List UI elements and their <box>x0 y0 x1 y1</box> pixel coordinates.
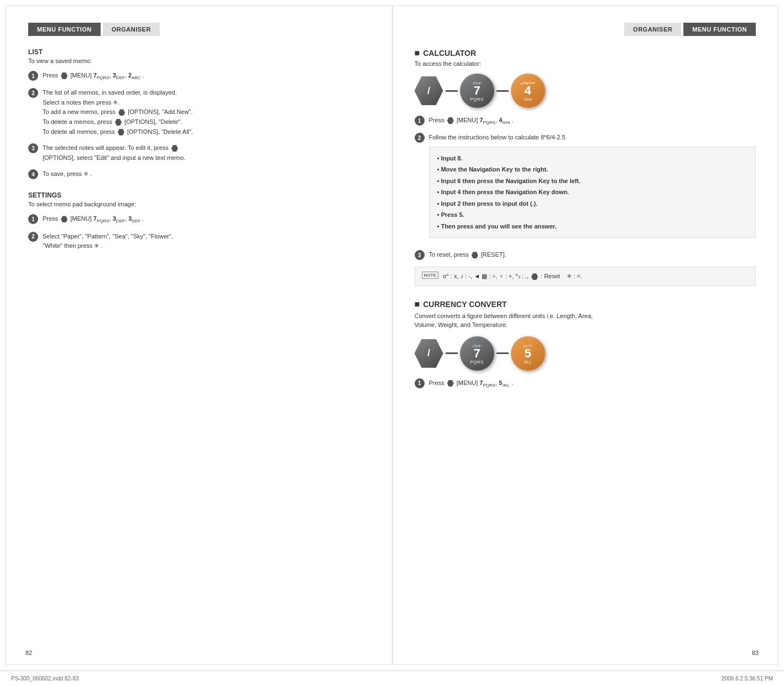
bullet-6: Press 5. <box>437 209 748 221</box>
settings-step-number-1: 1 <box>28 214 38 224</box>
step-1-content: Press [MENU] 7PQRS, 3DEF, 2ABC . <box>43 71 370 81</box>
btn-7-label: PQRS <box>470 97 484 102</box>
calc-step-number-3: 3 <box>415 250 425 260</box>
step-number-4: 4 <box>28 169 38 179</box>
bullet-2: Move the Navigation Key to the right. <box>437 164 748 175</box>
step-number-2: 2 <box>28 88 38 98</box>
slash-btn-currency: / <box>415 339 443 368</box>
bullet-4: Input 4 then press the Navigation Key do… <box>437 186 748 198</box>
btn-5-num: 5 <box>524 347 531 360</box>
slash-icon-5 <box>171 145 178 152</box>
calc-step-2: 2 Follow the instructions below to calcu… <box>415 133 756 243</box>
page-right: ORGANISER MENU FUNCTION ■ CALCULATOR To … <box>393 6 778 664</box>
calculator-subtitle: To access the calculator: <box>415 60 756 67</box>
slash-icon-4 <box>118 129 124 136</box>
step-4-content: To save, press ✳ . <box>43 169 370 179</box>
settings-subtitle: To select memo pad background image: <box>28 201 370 207</box>
footer-right: 2006.6.2 5:36:51 PM <box>722 675 773 682</box>
calc-step-2-content: Follow the instructions below to calcula… <box>429 133 756 243</box>
bullet-1: Input 8. <box>437 153 748 164</box>
dash-curr-1 <box>446 352 458 354</box>
calc-bullet-box: Input 8. Move the Navigation Key to the … <box>429 147 756 238</box>
list-step-1: 1 Press [MENU] 7PQRS, 3DEF, 2ABC . <box>28 71 370 81</box>
list-step-2: 2 The list of all memos, in saved order,… <box>28 88 370 137</box>
calc-step-number-2: 2 <box>415 133 425 143</box>
currency-step-1-content: Press [MENU] 7PQRS, 5JKL . <box>429 378 756 389</box>
settings-step-2-content: Select "Paper", "Pattern", "Sea", "Sky",… <box>43 232 370 251</box>
currency-step-number-1: 1 <box>415 378 425 388</box>
left-header: MENU FUNCTION ORGANISER <box>28 23 370 36</box>
calculator-section: ■ CALCULATOR To access the calculator: /… <box>415 48 756 286</box>
step-2-content: The list of all memos, in saved order, i… <box>43 88 370 137</box>
calc-bullet-list: Input 8. Move the Navigation Key to the … <box>437 153 748 232</box>
btn-4-num: 4 <box>524 85 531 97</box>
page-number-left: 82 <box>25 649 32 656</box>
slash-icon-1 <box>61 72 67 79</box>
settings-step-2: 2 Select "Paper", "Pattern", "Sea", "Sky… <box>28 232 370 251</box>
settings-step-1: 1 Press [MENU] 7PQRS, 3DEF, 3DEF . <box>28 214 370 225</box>
calc-step-1-content: Press [MENU] 7PQRS, 4GHI . <box>429 116 756 126</box>
settings-title: SETTINGS <box>28 191 370 199</box>
list-title: LIST <box>28 48 370 56</box>
calc-note-box: NOTE σ° : x, ♪ : -, ◄ ▦ : ÷, ♀ : +, *₅ :… <box>415 267 756 286</box>
step-number-1: 1 <box>28 71 38 81</box>
footer-left: PS-300_060602.indd 82-83 <box>11 675 79 682</box>
dash-curr-2 <box>496 352 509 354</box>
left-tab-menu-function: MENU FUNCTION <box>28 23 101 36</box>
calc-step-1: 1 Press [MENU] 7PQRS, 4GHI . <box>415 116 756 126</box>
currency-subtitle: Convert converts a figure between differ… <box>415 311 756 330</box>
step-3-content: The selected notes will appear. To edit … <box>43 143 370 163</box>
slash-btn-calc: / <box>415 76 443 105</box>
btn-7-calc: نهوي 7 PQRS <box>460 74 494 108</box>
slash-icon-6 <box>61 216 67 222</box>
list-subtitle: To view a saved memo: <box>28 58 370 64</box>
slash-icon-3 <box>115 119 122 126</box>
settings-step-number-2: 2 <box>28 232 38 242</box>
btn-5-label: JKL <box>524 360 532 365</box>
slash-icon-note <box>531 273 538 280</box>
calc-step-number-1: 1 <box>415 116 425 126</box>
currency-title: ■ CURRENCY CONVERT <box>415 299 756 309</box>
list-section: LIST To view a saved memo: 1 Press [MENU… <box>28 48 370 179</box>
calculator-buttons: / نهوي 7 PQRS سيتهص 4 GHI <box>415 74 756 108</box>
btn-4-label: GHI <box>524 97 532 102</box>
note-content: σ° : x, ♪ : -, ◄ ▦ : ÷, ♀ : +, *₅ : ., :… <box>443 272 582 281</box>
step-number-3: 3 <box>28 143 38 153</box>
footer: PS-300_060602.indd 82-83 2006.6.2 5:36:5… <box>0 671 784 686</box>
slash-icon-curr-1 <box>447 380 454 387</box>
btn-7-curr-label: PQRS <box>470 360 484 365</box>
page-number-right: 83 <box>752 649 759 656</box>
calc-step-3: 3 To reset, press [RESET]. <box>415 250 756 260</box>
note-label: NOTE <box>422 272 438 279</box>
bullet-7: Then press and you will see the answer. <box>437 221 748 232</box>
right-header: ORGANISER MENU FUNCTION <box>415 23 756 36</box>
dash-1 <box>446 90 458 92</box>
btn-7-curr-num: 7 <box>473 347 480 360</box>
calculator-title: ■ CALCULATOR <box>415 48 756 58</box>
btn-5-currency: دذرز 5 JKL <box>511 336 545 371</box>
currency-step-1: 1 Press [MENU] 7PQRS, 5JKL . <box>415 378 756 389</box>
bullet-5: Input 2 then press to input dot (.). <box>437 198 748 210</box>
right-tab-menu-function: MENU FUNCTION <box>683 23 756 36</box>
list-step-3: 3 The selected notes will appear. To edi… <box>28 143 370 163</box>
btn-7-num: 7 <box>473 85 480 97</box>
settings-step-1-content: Press [MENU] 7PQRS, 3DEF, 3DEF . <box>43 214 370 225</box>
currency-section: ■ CURRENCY CONVERT Convert converts a fi… <box>415 299 756 389</box>
btn-4-calc: سيتهص 4 GHI <box>511 74 545 108</box>
list-step-4: 4 To save, press ✳ . <box>28 169 370 179</box>
right-tab-organiser: ORGANISER <box>624 23 681 36</box>
dash-2 <box>496 90 509 92</box>
left-tab-organiser: ORGANISER <box>103 23 160 36</box>
calc-step-3-content: To reset, press [RESET]. <box>429 250 756 259</box>
btn-7-currency: نهوي 7 PQRS <box>460 336 494 371</box>
settings-section: SETTINGS To select memo pad background i… <box>28 191 370 251</box>
currency-buttons: / نهوي 7 PQRS دذرز 5 JKL <box>415 336 756 371</box>
bullet-3: Input 6 then press the Navigation Key to… <box>437 175 748 187</box>
page-left: MENU FUNCTION ORGANISER LIST To view a s… <box>6 6 393 664</box>
slash-icon-2 <box>118 109 125 116</box>
slash-icon-calc-2 <box>472 252 478 258</box>
slash-icon-calc-1 <box>447 117 454 124</box>
